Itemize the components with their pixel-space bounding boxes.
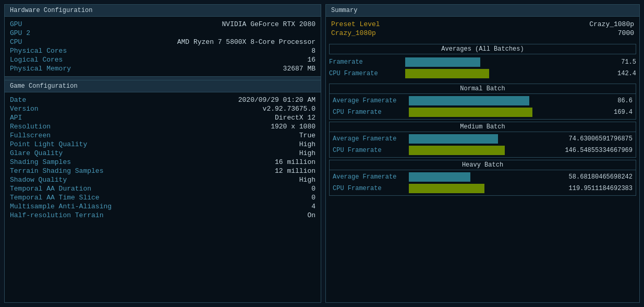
all-batches-label: Averages (All Batches) — [329, 44, 636, 54]
bar-label: Average Framerate — [333, 97, 406, 104]
row-label: Point Light Quality — [10, 140, 87, 148]
game-row: Multisample Anti-Aliasing4 — [10, 202, 315, 211]
hardware-section: GPUNVIDIA GeForce RTX 2080GPU 2CPUAMD Ry… — [5, 17, 321, 76]
bar-value: 58.68180465698242 — [549, 173, 633, 181]
batch-block: Heavy Batch Average Framerate 58.6818046… — [329, 160, 636, 196]
hardware-row: Logical Cores16 — [10, 55, 315, 64]
batch-block: Medium Batch Average Framerate 74.630065… — [329, 122, 636, 158]
hardware-row: GPU 2 — [10, 29, 315, 38]
bar-row: Framerate 71.5 — [329, 56, 636, 68]
bar-row: CPU Framerate 119.9511184692383 — [333, 183, 633, 194]
bar-value: 169.4 — [549, 109, 633, 116]
row-value: v2.92.73675.0 — [263, 105, 315, 113]
bar-fill — [405, 69, 489, 78]
batch-content: Average Framerate 86.6 CPU Framerate 169… — [330, 94, 636, 119]
bar-container — [409, 184, 546, 193]
bar-value: 142.4 — [553, 70, 636, 77]
game-row: Point Light QualityHigh — [10, 140, 315, 149]
row-label: Physical Cores — [10, 47, 67, 55]
row-value: 2020/09/29 01:20 AM — [238, 96, 315, 104]
row-label: Shadow Quality — [10, 176, 67, 184]
hardware-row: Physical Memory32687 MB — [10, 64, 315, 73]
crazy-value: 7000 — [618, 29, 634, 37]
game-row: Glare QualityHigh — [10, 149, 315, 158]
row-label: Date — [10, 96, 26, 104]
bar-label: Average Framerate — [333, 135, 406, 143]
row-value: 8 — [311, 47, 315, 55]
row-value: High — [299, 176, 315, 184]
game-row: Temporal AA Time Slice0 — [10, 193, 315, 202]
row-label: CPU — [10, 38, 22, 46]
row-value: 4 — [311, 203, 315, 210]
game-row: FullscreenTrue — [10, 131, 315, 140]
avg-bars: Framerate 71.5 CPU Framerate 142.4 — [329, 56, 636, 79]
crazy-label: Crazy_1080p — [331, 29, 376, 37]
row-label: Temporal AA Duration — [10, 185, 91, 193]
row-value: High — [299, 149, 315, 157]
bar-value: 74.63006591796875 — [549, 135, 633, 143]
row-value: 32687 MB — [283, 65, 315, 73]
bar-container — [405, 57, 550, 67]
game-section: Date2020/09/29 01:20 AMVersionv2.92.7367… — [5, 92, 321, 223]
row-label: Multisample Anti-Aliasing — [10, 203, 112, 210]
bar-label: CPU Framerate — [333, 185, 406, 192]
bar-container — [405, 69, 550, 78]
crazy-row: Crazy_1080p 7000 — [331, 29, 634, 38]
bar-row: Average Framerate 86.6 — [333, 95, 633, 107]
bar-fill — [409, 172, 470, 182]
row-value: 12 million — [275, 167, 315, 175]
preset-label: Preset Level — [331, 20, 380, 28]
row-value: AMD Ryzen 7 5800X 8-Core Processor — [177, 38, 315, 46]
batches-section: Normal Batch Average Framerate 86.6 CPU … — [326, 80, 639, 199]
bar-fill — [409, 96, 529, 105]
row-label: Physical Memory — [10, 65, 71, 73]
batch-title: Medium Batch — [330, 122, 636, 132]
hardware-row: Physical Cores8 — [10, 46, 315, 55]
right-panel: Summary Preset Level Crazy_1080p Crazy_1… — [325, 4, 640, 303]
row-value: 0 — [311, 185, 315, 193]
bar-row: CPU Framerate 146.54855334667969 — [333, 145, 633, 156]
bar-label: CPU Framerate — [333, 147, 406, 154]
bar-row: Average Framerate 58.68180465698242 — [333, 171, 633, 183]
game-row: Terrain Shading Samples12 million — [10, 167, 315, 175]
preset-row: Preset Level Crazy_1080p — [331, 20, 634, 29]
summary-header: Summary — [326, 5, 639, 17]
game-row: APIDirectX 12 — [10, 113, 315, 122]
bar-container — [409, 146, 546, 155]
batch-title: Normal Batch — [330, 84, 636, 94]
left-panel: Hardware Configuration GPUNVIDIA GeForce… — [4, 4, 321, 303]
row-label: Logical Cores — [10, 56, 63, 64]
row-value: High — [299, 140, 315, 148]
row-value: 0 — [311, 194, 315, 202]
row-label: API — [10, 114, 22, 122]
game-row: Resolution1920 x 1080 — [10, 122, 315, 131]
row-value: 16 million — [275, 158, 315, 166]
row-label: GPU 2 — [10, 29, 30, 37]
bar-fill — [409, 184, 484, 193]
row-value: 1920 x 1080 — [271, 123, 315, 131]
row-label: Terrain Shading Samples — [10, 167, 103, 175]
summary-section: Preset Level Crazy_1080p Crazy_1080p 700… — [326, 17, 639, 41]
bar-row: Average Framerate 74.63006591796875 — [333, 133, 633, 145]
bar-fill — [409, 134, 498, 144]
row-label: Glare Quality — [10, 149, 63, 157]
bar-container — [409, 108, 546, 117]
game-header: Game Configuration — [5, 80, 321, 92]
hardware-row: CPUAMD Ryzen 7 5800X 8-Core Processor — [10, 38, 315, 46]
bar-value: 71.5 — [553, 58, 636, 66]
batch-block: Normal Batch Average Framerate 86.6 CPU … — [329, 84, 636, 120]
row-label: Version — [10, 105, 39, 113]
row-value: True — [299, 132, 315, 139]
bar-value: 146.54855334667969 — [549, 147, 633, 154]
bar-label: Average Framerate — [333, 173, 406, 181]
bar-container — [409, 134, 546, 144]
row-label: Temporal AA Time Slice — [10, 194, 100, 202]
game-row: Date2020/09/29 01:20 AM — [10, 96, 315, 104]
bar-value: 119.9511184692383 — [549, 185, 633, 192]
bar-label: CPU Framerate — [329, 70, 402, 77]
game-row: Versionv2.92.73675.0 — [10, 104, 315, 113]
preset-value: Crazy_1080p — [589, 20, 634, 28]
bar-fill — [409, 108, 532, 117]
bar-row: CPU Framerate 169.4 — [333, 107, 633, 118]
all-batches-section: Averages (All Batches) Framerate 71.5 CP… — [326, 41, 639, 80]
